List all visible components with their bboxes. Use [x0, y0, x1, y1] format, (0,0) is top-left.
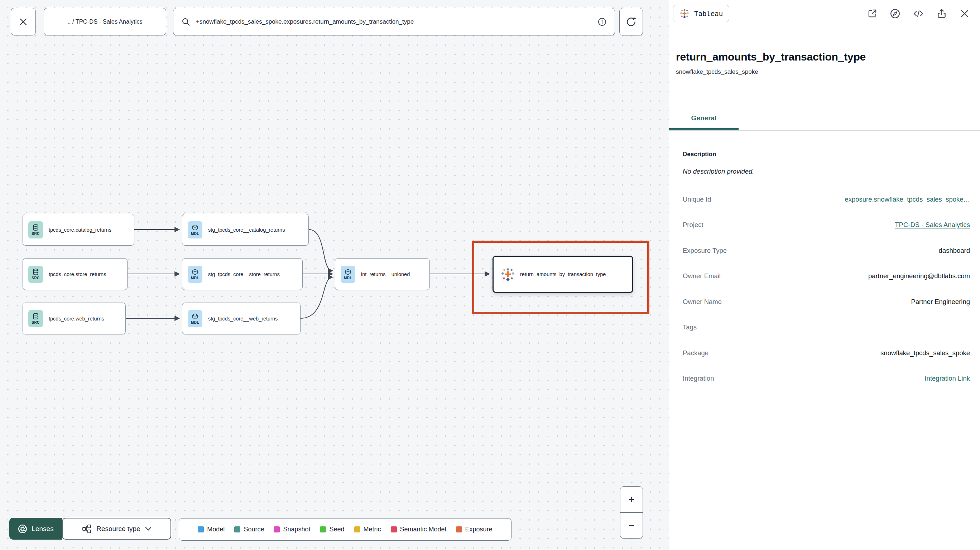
snapshot-swatch: [274, 526, 280, 533]
tableau-logo-icon: [500, 267, 515, 282]
chevron-down-icon: [145, 527, 151, 531]
exposure-type-value: dashboard: [939, 247, 970, 254]
panel-actions: [867, 8, 970, 19]
resource-type-label: Resource type: [96, 525, 140, 533]
database-icon: [32, 224, 39, 231]
cube-icon: [345, 269, 352, 275]
panel-header: Tableau: [669, 0, 980, 22]
node-return-amounts-by-transaction-type[interactable]: return_amounts_by_transaction_type: [493, 256, 633, 293]
close-panel-icon[interactable]: [959, 8, 970, 19]
legend-item-metric: Metric: [354, 526, 381, 533]
node-label: stg_tpcds_core__catalog_returns: [208, 227, 285, 233]
legend-item-seed: Seed: [320, 526, 344, 533]
legend-item-exposure: Exposure: [456, 526, 493, 533]
resource-type-legend: Model Source Snapshot Seed Metric Semant…: [179, 518, 511, 541]
source-swatch: [234, 526, 240, 533]
model-swatch: [198, 526, 204, 533]
row-package: Package snowflake_tpcds_sales_spoke: [683, 340, 970, 366]
zoom-controls: + −: [620, 486, 643, 539]
model-badge: MDL: [340, 266, 355, 283]
database-icon: [32, 269, 39, 275]
node-label: stg_tpcds_core__store_returns: [208, 272, 280, 277]
integration-link[interactable]: Integration Link: [924, 375, 970, 382]
row-project: Project TPC-DS - Sales Analytics: [683, 212, 970, 238]
row-exposure-type: Exposure Type dashboard: [683, 238, 970, 264]
source-badge: SRC: [28, 310, 43, 327]
integration-badge: Tableau: [673, 5, 729, 22]
node-int-returns-unioned[interactable]: MDL int_returns__unioned: [335, 258, 430, 290]
node-label: tpcds_core.catalog_returns: [49, 227, 111, 233]
node-label: tpcds_core.web_returns: [49, 316, 104, 321]
package-value: snowflake_tpcds_sales_spoke: [880, 349, 970, 357]
source-badge: SRC: [28, 266, 43, 283]
node-tpcds-core-web-returns[interactable]: SRC tpcds_core.web_returns: [22, 302, 126, 334]
node-label: return_amounts_by_transaction_type: [520, 272, 606, 277]
node-label: stg_tpcds_core__web_returns: [208, 316, 278, 321]
exposure-swatch: [456, 526, 462, 533]
node-stg-catalog-returns[interactable]: MDL stg_tpcds_core__catalog_returns: [182, 214, 309, 246]
page-title: return_amounts_by_transaction_type: [676, 51, 970, 63]
semantic-model-swatch: [391, 526, 397, 533]
source-badge: SRC: [28, 221, 43, 238]
model-badge: MDL: [188, 221, 202, 238]
cube-icon: [192, 313, 199, 320]
row-tags: Tags: [683, 315, 970, 340]
metric-swatch: [354, 526, 360, 533]
project-link[interactable]: TPC-DS - Sales Analytics: [895, 221, 970, 229]
owner-email-value: partner_engineering@dbtlabs.com: [868, 272, 970, 280]
legend-item-model: Model: [198, 526, 224, 533]
unique-id-link[interactable]: exposure.snowflake_tpcds_sales_spoke…: [845, 196, 970, 203]
legend-item-semantic-model: Semantic Model: [391, 526, 446, 533]
lenses-aperture-icon: [18, 524, 27, 534]
owner-name-value: Partner Engineering: [911, 298, 970, 306]
node-tpcds-core-store-returns[interactable]: SRC tpcds_core.store_returns: [22, 258, 127, 290]
seed-swatch: [320, 526, 326, 533]
row-integration: Integration Integration Link: [683, 366, 970, 392]
lenses-button[interactable]: Lenses: [9, 518, 62, 540]
legend-item-source: Source: [234, 526, 264, 533]
details-rows: Unique Id exposure.snowflake_tpcds_sales…: [683, 186, 970, 391]
resource-type-dropdown[interactable]: Resource type: [62, 518, 171, 540]
model-badge: MDL: [188, 266, 202, 283]
database-icon: [32, 313, 39, 320]
node-label: int_returns__unioned: [361, 272, 410, 277]
node-stg-web-returns[interactable]: MDL stg_tpcds_core__web_returns: [182, 302, 301, 334]
row-owner-email: Owner Email partner_engineering@dbtlabs.…: [683, 264, 970, 289]
node-stg-store-returns[interactable]: MDL stg_tpcds_core__store_returns: [182, 258, 303, 290]
node-tpcds-core-catalog-returns[interactable]: SRC tpcds_core.catalog_returns: [22, 214, 134, 246]
tableau-logo-icon: [679, 9, 689, 19]
lenses-label: Lenses: [32, 525, 53, 533]
package-subtitle: snowflake_tpcds_sales_spoke: [676, 68, 970, 76]
lineage-canvas[interactable]: .. / TPC-DS - Sales Analytics +snowflake…: [0, 0, 669, 550]
zoom-out-button[interactable]: −: [620, 512, 643, 538]
model-badge: MDL: [188, 310, 202, 327]
resource-type-icon: [82, 524, 92, 534]
panel-tabs: General: [669, 107, 980, 131]
zoom-in-button[interactable]: +: [620, 486, 643, 512]
details-panel: Tableau return_amounts_by_transaction: [669, 0, 980, 550]
tab-general[interactable]: General: [669, 107, 738, 130]
legend-item-snapshot: Snapshot: [274, 526, 310, 533]
description-empty-text: No description provided.: [683, 168, 970, 175]
row-owner-name: Owner Name Partner Engineering: [683, 289, 970, 315]
row-unique-id: Unique Id exposure.snowflake_tpcds_sales…: [683, 186, 970, 212]
code-icon[interactable]: [913, 9, 924, 19]
share-icon[interactable]: [936, 8, 947, 19]
open-in-new-icon[interactable]: [867, 8, 878, 19]
integration-badge-label: Tableau: [694, 10, 723, 17]
panel-body: Description No description provided. Uni…: [669, 151, 980, 391]
description-heading: Description: [683, 151, 970, 158]
cube-icon: [192, 224, 199, 231]
explore-icon[interactable]: [890, 8, 900, 19]
cube-icon: [192, 269, 199, 275]
node-label: tpcds_core.store_returns: [49, 272, 106, 277]
